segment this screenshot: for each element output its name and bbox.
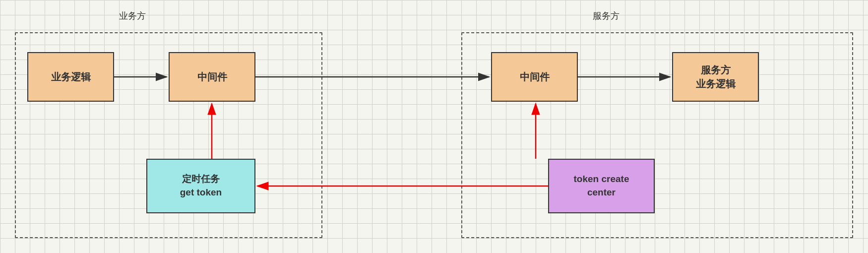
business-logic-node: 业务逻辑 [27,52,114,102]
server-section-label: 服务方 [593,10,620,22]
scheduled-task-node: 定时任务get token [146,159,255,213]
server-middleware-node: 中间件 [491,52,578,102]
client-middleware-node: 中间件 [169,52,255,102]
server-business-node: 服务方业务逻辑 [672,52,759,102]
diagram-container: 业务方 服务方 业务逻辑 中间件 定时任务get token 中间件 token… [0,0,868,253]
token-center-node: token createcenter [548,159,655,213]
client-section-label: 业务方 [119,10,146,22]
